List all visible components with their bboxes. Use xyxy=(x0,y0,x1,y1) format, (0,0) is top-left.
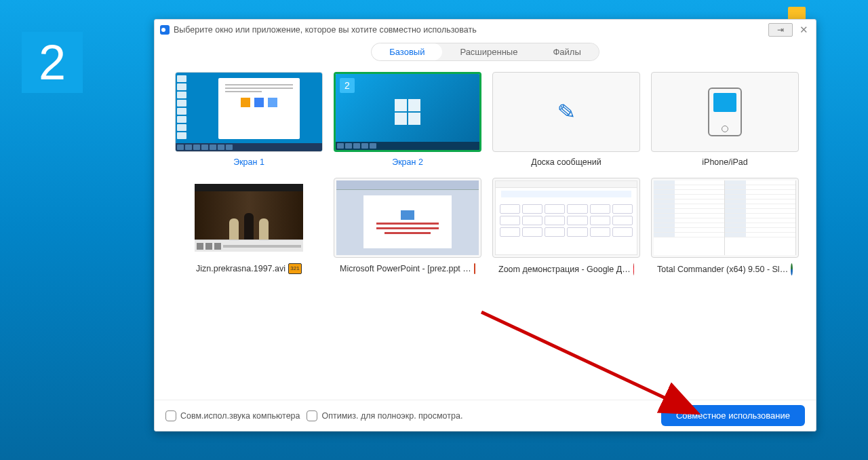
share-options-grid: Экран 1 2 Экран 2 ✎ Доска сообщений iPho… xyxy=(155,68,816,280)
tile-screen-1[interactable]: Экран 1 xyxy=(175,72,323,167)
tile-app-totalcommander[interactable]: Total Commander (x64) 9.50 - Sl… xyxy=(651,178,799,275)
zoom-logo-icon xyxy=(160,25,170,35)
mpc-icon: 321 xyxy=(288,263,302,274)
tile-label: iPhone/iPad xyxy=(702,157,747,167)
pencil-icon: ✎ xyxy=(556,98,576,126)
totalcommander-icon xyxy=(791,263,793,275)
tab-advanced[interactable]: Расширенные xyxy=(442,43,535,60)
close-icon[interactable]: ✕ xyxy=(797,23,810,37)
share-button[interactable]: Совместное использование xyxy=(661,405,805,426)
tile-label: Total Commander (x64) 9.50 - Sl… xyxy=(657,263,793,275)
tile-label: Экран 2 xyxy=(392,157,423,167)
tile-app-powerpoint[interactable]: Microsoft PowerPoint - [prez.ppt … xyxy=(334,178,481,275)
checkbox-optimize-video[interactable]: Оптимиз. для полноэкр. просмотра. xyxy=(307,410,462,421)
tile-iphone-ipad[interactable]: iPhone/iPad xyxy=(651,72,799,167)
desktop-folder-icon xyxy=(788,7,806,20)
footer-bar: Совм.испол.звука компьютера Оптимиз. для… xyxy=(155,400,816,431)
window-title: Выберите окно или приложение, которое вы… xyxy=(174,25,477,35)
tile-label: Доска сообщений xyxy=(531,157,601,167)
checkbox-label: Совм.испол.звука компьютера xyxy=(180,411,300,421)
tab-basic[interactable]: Базовый xyxy=(372,43,442,60)
tile-screen-2[interactable]: 2 Экран 2 xyxy=(334,72,481,167)
checkbox-label: Оптимиз. для полноэкр. просмотра. xyxy=(321,411,462,421)
opera-icon xyxy=(633,263,634,275)
tile-label: Jizn.prekrasna.1997.avi321 xyxy=(196,263,302,274)
phone-icon xyxy=(708,88,742,136)
tile-label: Zoom демонстрация - Google Д… xyxy=(498,263,634,275)
checkbox-icon xyxy=(307,410,317,421)
pin-button[interactable]: ⇥ xyxy=(768,23,793,37)
tile-label: Экран 1 xyxy=(233,157,264,167)
share-screen-window: Выберите окно или приложение, которое вы… xyxy=(154,19,816,432)
checkbox-icon xyxy=(165,410,176,421)
checkbox-share-audio[interactable]: Совм.испол.звука компьютера xyxy=(165,410,300,421)
tile-app-browser[interactable]: Zoom демонстрация - Google Д… xyxy=(492,178,640,275)
tile-label: Microsoft PowerPoint - [prez.ppt … xyxy=(340,263,475,274)
tab-bar: Базовый Расширенные Файлы xyxy=(155,40,816,68)
powerpoint-icon xyxy=(474,263,475,274)
tab-files[interactable]: Файлы xyxy=(535,43,598,60)
tile-whiteboard[interactable]: ✎ Доска сообщений xyxy=(492,72,640,167)
tile-app-video[interactable]: Jizn.prekrasna.1997.avi321 xyxy=(175,178,323,275)
step-badge: 2 xyxy=(22,32,83,93)
screen-badge-icon: 2 xyxy=(340,78,355,93)
titlebar: Выберите окно или приложение, которое вы… xyxy=(155,20,816,40)
